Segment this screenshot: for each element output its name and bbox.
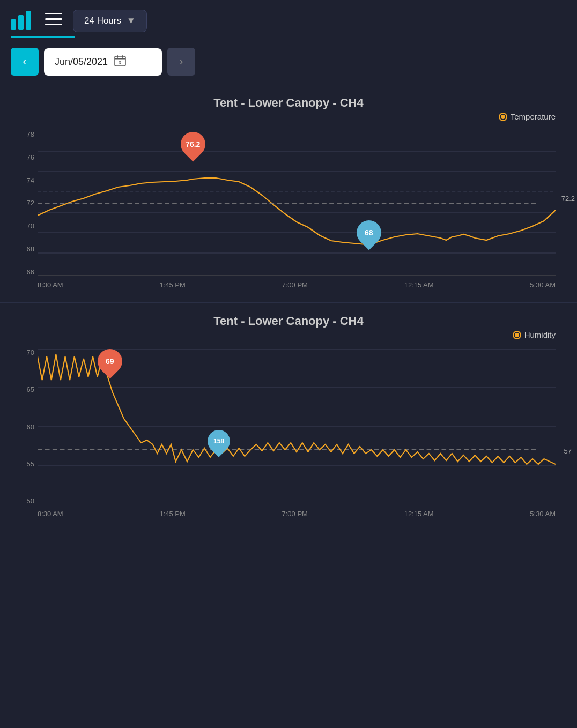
temperature-legend-dot: [500, 114, 506, 120]
humidity-legend-label: Humidity: [524, 330, 556, 339]
chevron-down-icon: ▼: [127, 16, 136, 26]
x-label-1215am-2: 12:15 AM: [404, 510, 434, 518]
svg-rect-3: [45, 13, 62, 14]
time-selector[interactable]: 24 Hours ▼: [73, 10, 147, 32]
prev-date-button[interactable]: ‹: [11, 48, 39, 76]
humidity-legend: Humidity: [5, 330, 572, 339]
svg-rect-8: [122, 55, 123, 58]
svg-rect-9: [115, 58, 125, 60]
svg-rect-7: [117, 55, 118, 58]
x-label-830am-1: 8:30 AM: [38, 281, 63, 289]
calendar-icon: 5: [114, 55, 126, 69]
svg-text:5: 5: [119, 60, 122, 65]
date-display: Jun/05/2021 5: [44, 48, 162, 76]
y-label-50: 50: [27, 497, 34, 504]
x-label-530am-2: 5:30 AM: [530, 510, 556, 518]
temperature-max-value: 76.2: [186, 140, 200, 148]
temperature-y-axis: 78 76 74 72 70 68 66: [11, 131, 38, 276]
app-header: 24 Hours ▼: [0, 0, 577, 32]
humidity-min-value: 158: [213, 437, 224, 445]
temperature-x-axis: 8:30 AM 1:45 PM 7:00 PM 12:15 AM 5:30 AM: [38, 278, 556, 297]
next-date-button[interactable]: ›: [167, 48, 195, 76]
x-label-145pm-1: 1:45 PM: [159, 281, 185, 289]
x-label-530am-1: 5:30 AM: [530, 281, 556, 289]
x-label-145pm-2: 1:45 PM: [159, 510, 185, 518]
temperature-min-value: 68: [365, 228, 373, 237]
date-navigation: ‹ Jun/05/2021 5 ›: [0, 38, 577, 85]
temperature-legend: Temperature: [5, 112, 572, 121]
x-label-1215am-1: 12:15 AM: [404, 281, 434, 289]
temperature-chart: 78 76 74 72 70 68 66: [11, 125, 566, 297]
y-label-76: 76: [27, 154, 34, 161]
svg-rect-2: [26, 11, 31, 30]
humidity-chart-title: Tent - Lower Canopy - CH4: [5, 309, 572, 328]
humidity-min-pin: 158: [208, 430, 230, 452]
logo-icon: [11, 10, 34, 32]
svg-rect-0: [11, 19, 16, 30]
date-value: Jun/05/2021: [55, 56, 108, 68]
x-label-830am-2: 8:30 AM: [38, 510, 63, 518]
y-label-74: 74: [27, 177, 34, 184]
y-label-66: 66: [27, 269, 34, 276]
humidity-legend-dot: [514, 332, 520, 338]
humidity-max-pin: 69: [98, 349, 122, 374]
y-label-78: 78: [27, 131, 34, 138]
time-selector-label: 24 Hours: [84, 16, 121, 26]
y-label-68: 68: [27, 246, 34, 252]
menu-icon[interactable]: [45, 13, 62, 29]
y-label-70: 70: [27, 222, 34, 229]
x-label-700pm-2: 7:00 PM: [282, 510, 308, 518]
y-label-70: 70: [27, 349, 34, 356]
temperature-chart-title: Tent - Lower Canopy - CH4: [5, 91, 572, 110]
svg-rect-5: [45, 24, 62, 25]
y-label-72: 72: [27, 199, 34, 206]
x-label-700pm-1: 7:00 PM: [282, 281, 308, 289]
humidity-chart-section: Tent - Lower Canopy - CH4 Humidity 70 65…: [0, 309, 577, 526]
y-label-65: 65: [27, 386, 34, 393]
temperature-max-pin: 76.2: [181, 132, 205, 157]
temperature-min-pin: 68: [357, 220, 381, 245]
chart-divider: [0, 302, 577, 303]
temperature-chart-section: Tent - Lower Canopy - CH4 Temperature 78…: [0, 91, 577, 297]
humidity-x-axis: 8:30 AM 1:45 PM 7:00 PM 12:15 AM 5:30 AM: [38, 507, 556, 526]
y-label-55: 55: [27, 460, 34, 467]
temperature-chart-inner: 76.2 68 72.2: [38, 131, 556, 276]
svg-rect-1: [18, 15, 24, 30]
temperature-legend-label: Temperature: [511, 112, 556, 121]
y-label-60: 60: [27, 424, 34, 430]
svg-rect-4: [45, 18, 62, 20]
humidity-chart: 70 65 60 55 50: [11, 344, 566, 526]
humidity-max-value: 69: [106, 357, 114, 366]
humidity-chart-inner: 69 158 57: [38, 349, 556, 504]
humidity-y-axis: 70 65 60 55 50: [11, 349, 38, 504]
temperature-right-value: 72.2: [561, 195, 575, 203]
humidity-right-value: 57: [564, 447, 572, 455]
